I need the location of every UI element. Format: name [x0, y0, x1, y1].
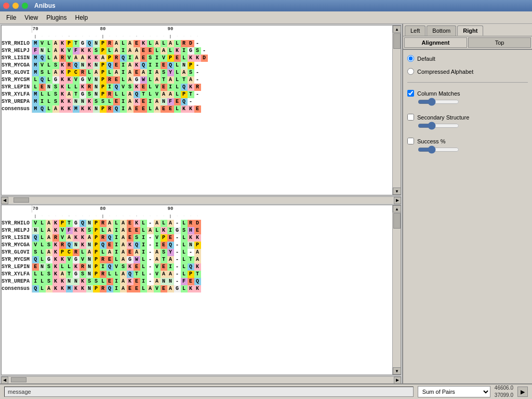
- residue-cell[interactable]: Q: [188, 263, 194, 271]
- residue-cell[interactable]: S: [181, 227, 188, 234]
- residue-cell[interactable]: M: [32, 69, 39, 76]
- residue-cell[interactable]: I: [154, 242, 161, 249]
- residue-cell[interactable]: V: [32, 242, 39, 249]
- residue-cell[interactable]: N: [167, 278, 174, 285]
- residue-cell[interactable]: K: [52, 227, 59, 234]
- residue-cell[interactable]: K: [52, 271, 59, 278]
- residue-cell[interactable]: K: [188, 285, 194, 292]
- residue-cell[interactable]: A: [120, 242, 127, 249]
- residue-cell[interactable]: L: [59, 263, 66, 271]
- residue-cell[interactable]: D: [201, 55, 208, 62]
- residue-cell[interactable]: S: [46, 271, 52, 278]
- residue-cell[interactable]: L: [174, 69, 181, 76]
- residue-cell[interactable]: K: [79, 242, 86, 249]
- residue-cell[interactable]: K: [134, 98, 140, 105]
- residue-cell[interactable]: M: [66, 285, 73, 292]
- residue-cell[interactable]: V: [154, 271, 161, 278]
- residue-cell[interactable]: E: [188, 278, 194, 285]
- residue-cell[interactable]: A: [107, 220, 113, 227]
- residue-cell[interactable]: I: [120, 62, 127, 69]
- residue-cell[interactable]: Q: [32, 234, 39, 242]
- bot-hscroll[interactable]: ◀ ▶: [1, 376, 401, 383]
- secondary-structure-slider[interactable]: [418, 122, 459, 130]
- panel-tab-top[interactable]: Top: [468, 37, 531, 48]
- residue-cell[interactable]: A: [93, 69, 100, 76]
- residue-cell[interactable]: L: [39, 285, 46, 292]
- residue-cell[interactable]: -: [174, 242, 181, 249]
- residue-cell[interactable]: P: [66, 40, 73, 47]
- residue-cell[interactable]: L: [147, 40, 154, 47]
- residue-cell[interactable]: A: [154, 98, 161, 105]
- residue-cell[interactable]: R: [100, 234, 107, 242]
- residue-cell[interactable]: L: [107, 98, 113, 105]
- residue-cell[interactable]: L: [39, 242, 46, 249]
- residue-cell[interactable]: A: [120, 234, 127, 242]
- residue-cell[interactable]: E: [161, 62, 167, 69]
- residue-cell[interactable]: K: [188, 105, 194, 113]
- top-scroll-thumb[interactable]: [393, 33, 401, 49]
- residue-cell[interactable]: E: [127, 234, 134, 242]
- residue-cell[interactable]: V: [154, 234, 161, 242]
- residue-cell[interactable]: A: [66, 91, 73, 98]
- residue-cell[interactable]: L: [174, 76, 181, 84]
- score-select[interactable]: Sum of Pairs: [418, 386, 490, 397]
- residue-cell[interactable]: -: [174, 271, 181, 278]
- residue-cell[interactable]: S: [86, 227, 93, 234]
- residue-cell[interactable]: L: [39, 256, 46, 263]
- menu-file[interactable]: File: [2, 13, 20, 22]
- residue-cell[interactable]: I: [140, 234, 147, 242]
- residue-cell[interactable]: L: [181, 55, 188, 62]
- residue-cell[interactable]: L: [39, 227, 46, 234]
- panel-tab-alignment[interactable]: Alignment: [404, 37, 467, 48]
- residue-cell[interactable]: E: [134, 263, 140, 271]
- residue-cell[interactable]: P: [93, 249, 100, 256]
- residue-cell[interactable]: G: [174, 227, 181, 234]
- residue-cell[interactable]: L: [32, 84, 39, 91]
- residue-cell[interactable]: L: [181, 249, 188, 256]
- residue-cell[interactable]: L: [46, 105, 52, 113]
- residue-cell[interactable]: R: [79, 263, 86, 271]
- residue-cell[interactable]: E: [194, 227, 201, 234]
- residue-cell[interactable]: K: [161, 227, 167, 234]
- residue-cell[interactable]: G: [79, 91, 86, 98]
- residue-cell[interactable]: -: [174, 256, 181, 263]
- residue-cell[interactable]: L: [73, 84, 79, 91]
- residue-cell[interactable]: R: [107, 105, 113, 113]
- residue-cell[interactable]: V: [32, 220, 39, 227]
- residue-cell[interactable]: K: [181, 105, 188, 113]
- residue-cell[interactable]: L: [39, 234, 46, 242]
- residue-cell[interactable]: W: [140, 76, 147, 84]
- residue-cell[interactable]: V: [59, 234, 66, 242]
- residue-cell[interactable]: P: [66, 69, 73, 76]
- residue-cell[interactable]: -: [194, 69, 201, 76]
- residue-cell[interactable]: C: [66, 249, 73, 256]
- residue-cell[interactable]: K: [52, 249, 59, 256]
- residue-cell[interactable]: L: [140, 285, 147, 292]
- residue-cell[interactable]: A: [147, 285, 154, 292]
- residue-cell[interactable]: K: [59, 40, 66, 47]
- residue-cell[interactable]: L: [113, 271, 120, 278]
- residue-cell[interactable]: I: [181, 47, 188, 55]
- residue-cell[interactable]: L: [120, 76, 127, 84]
- residue-cell[interactable]: L: [174, 105, 181, 113]
- residue-cell[interactable]: K: [140, 40, 147, 47]
- residue-cell[interactable]: S: [52, 98, 59, 105]
- residue-cell[interactable]: R: [79, 69, 86, 76]
- residue-cell[interactable]: Q: [32, 285, 39, 292]
- residue-cell[interactable]: V: [79, 256, 86, 263]
- residue-cell[interactable]: A: [161, 91, 167, 98]
- residue-cell[interactable]: E: [161, 105, 167, 113]
- residue-cell[interactable]: V: [86, 76, 93, 84]
- residue-cell[interactable]: L: [100, 227, 107, 234]
- residue-cell[interactable]: E: [140, 47, 147, 55]
- residue-cell[interactable]: V: [154, 91, 161, 98]
- residue-cell[interactable]: A: [167, 40, 174, 47]
- residue-cell[interactable]: A: [79, 55, 86, 62]
- residue-cell[interactable]: K: [59, 278, 66, 285]
- residue-cell[interactable]: V: [66, 256, 73, 263]
- residue-cell[interactable]: L: [46, 69, 52, 76]
- residue-cell[interactable]: Q: [113, 84, 120, 91]
- residue-cell[interactable]: S: [134, 234, 140, 242]
- residue-cell[interactable]: I: [147, 98, 154, 105]
- residue-cell[interactable]: A: [46, 227, 52, 234]
